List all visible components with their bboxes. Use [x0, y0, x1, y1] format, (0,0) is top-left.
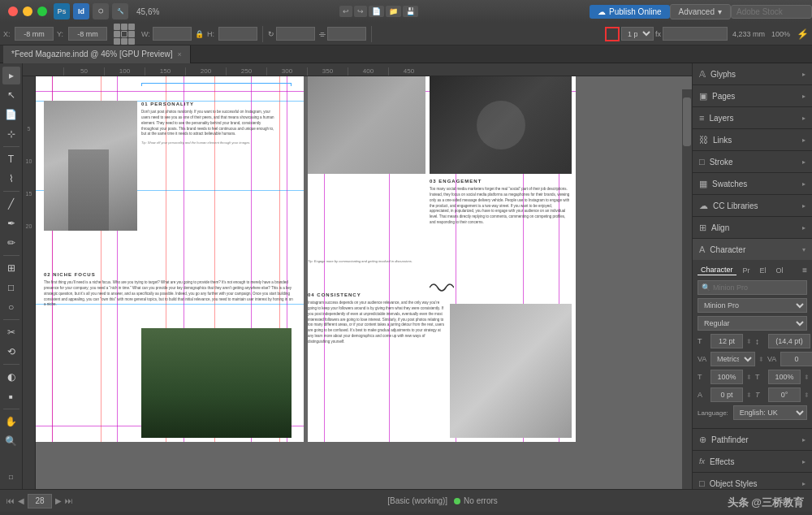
tool-separator2	[3, 191, 19, 192]
advanced-button[interactable]: Advanced ▾	[670, 4, 731, 19]
char-tab-pr[interactable]: Pr	[740, 266, 754, 275]
swatches-panel-header[interactable]: ▦ Swatches ▸	[693, 173, 812, 194]
kerning-select[interactable]: Metrics	[710, 352, 755, 366]
layers-panel-header[interactable]: ≡ Layers ▸	[693, 107, 812, 128]
scroll-thumb[interactable]	[683, 97, 691, 146]
object-styles-panel-header[interactable]: □ Object Styles ▸	[693, 473, 812, 489]
chevron-down-icon: ▾	[718, 7, 722, 16]
stroke-color[interactable]	[605, 27, 620, 41]
baseline-skew-row: A ⬍ T ⬍	[698, 387, 807, 402]
layers-icon: ≡	[699, 113, 704, 123]
type-tool[interactable]: T	[2, 150, 20, 168]
next-page-button[interactable]: ▶	[55, 496, 62, 505]
document-canvas[interactable]: 01 PERSONALITY Don't just post photos ra…	[36, 76, 692, 489]
char-tab-el[interactable]: El	[757, 266, 770, 275]
v-scale-input[interactable]	[768, 370, 801, 384]
language-select[interactable]: English: UK	[733, 405, 807, 420]
char-tab-ol[interactable]: Ol	[773, 266, 787, 275]
title-bar: Ps Id ⬡ 🔧 45,6% ↩ ↪ 📄 📁 💾 ☁ Publish Onli…	[0, 0, 812, 23]
line-tool[interactable]: ╱	[2, 195, 20, 213]
x-input[interactable]	[15, 27, 54, 41]
rectangle-frame-tool[interactable]: ⊞	[2, 259, 20, 277]
hand-tool[interactable]: ✋	[2, 413, 20, 431]
prev-page-button[interactable]: ◀	[18, 496, 24, 505]
char-panel-tabs: Character Pr El Ol ≡	[698, 265, 807, 275]
section-03-title: 03 ENGAGEMENT Too many social media mark…	[430, 178, 572, 226]
char-panel-menu-icon[interactable]: ≡	[802, 266, 807, 275]
publish-online-button[interactable]: ☁ Publish Online	[590, 5, 669, 19]
font-size-input[interactable]	[710, 334, 743, 348]
pathfinder-chevron: ▸	[802, 436, 806, 444]
pencil-tool[interactable]: ✏	[2, 234, 20, 252]
maximize-dot[interactable]	[37, 6, 47, 16]
gap-tool[interactable]: ⊹	[2, 125, 20, 143]
stroke-field[interactable]	[663, 27, 728, 41]
ruler-left-mark: 5	[28, 101, 31, 133]
page-right: 03 ENGAGEMENT Too many social media mark…	[308, 76, 576, 442]
x-label: X:	[3, 30, 13, 38]
h-scale-input[interactable]	[710, 370, 743, 384]
document-tab[interactable]: *Feed Magazine.indd @ 46% [GPU Preview] …	[3, 45, 191, 63]
leading-input[interactable]	[768, 334, 810, 348]
shear-input[interactable]	[327, 27, 366, 41]
baseline-input[interactable]	[710, 387, 743, 402]
vertical-scrollbar[interactable]	[682, 89, 692, 489]
rotation-input[interactable]	[276, 27, 315, 41]
selection-tool[interactable]: ▸	[2, 67, 20, 84]
bolt-icon[interactable]: ⚡	[797, 28, 809, 40]
font-family-select[interactable]: Minion Pro	[698, 298, 807, 313]
h-input[interactable]	[218, 27, 257, 41]
free-transform-tool[interactable]: ⟲	[2, 343, 20, 361]
last-page-button[interactable]: ⏭	[65, 496, 73, 505]
language-label: Language:	[698, 409, 728, 417]
y-input[interactable]	[68, 27, 107, 41]
ruler-marks: 50 100 150 200 250 300 350 400 450	[23, 63, 692, 76]
cc-libraries-label: CC Libraries	[713, 201, 758, 210]
shear-group: ⌯	[318, 27, 366, 41]
stroke-panel-header[interactable]: □ Stroke ▸	[693, 151, 812, 172]
type-on-path-tool[interactable]: ⌇	[2, 170, 20, 188]
pen-tool[interactable]: ✒	[2, 214, 20, 232]
minimize-dot[interactable]	[23, 6, 32, 16]
character-panel-content: Character Pr El Ol ≡ 🔍 Minion Pro	[693, 260, 812, 428]
rotation-group: ↻	[268, 27, 315, 41]
tab-close-icon[interactable]: ×	[178, 50, 182, 58]
tracking-input[interactable]	[780, 352, 812, 366]
color-tool[interactable]: ■	[2, 387, 20, 405]
links-panel-header[interactable]: ⛓ Links ▸	[693, 129, 812, 150]
character-chevron: ▾	[802, 246, 806, 253]
direct-selection-tool[interactable]: ↖	[2, 86, 20, 104]
page-number-input[interactable]	[28, 494, 52, 509]
reference-point-grid[interactable]	[114, 24, 135, 45]
rectangle-tool[interactable]: □	[2, 279, 20, 296]
first-page-button[interactable]: ⏮	[6, 496, 15, 505]
pages-panel-header[interactable]: ▣ Pages ▸	[693, 85, 812, 106]
close-dot[interactable]	[8, 6, 18, 16]
font-search-input[interactable]	[713, 283, 804, 292]
gradient-tool[interactable]: ◐	[2, 368, 20, 386]
skew-input[interactable]	[768, 387, 801, 402]
glyphs-panel-header[interactable]: 𝔸 Glyphs ▸	[693, 63, 812, 84]
page-tool[interactable]: 📄	[2, 106, 20, 123]
zoom-tool[interactable]: 🔍	[2, 432, 20, 450]
effects-panel-header[interactable]: fx Effects ▸	[693, 451, 812, 472]
lock-proportions-icon[interactable]: 🔒	[195, 30, 204, 38]
dark-image-top	[430, 76, 572, 174]
scissors-tool[interactable]: ✂	[2, 323, 20, 341]
section-02-title: 02 NICHE FOCUS The first thing you'll ne…	[44, 271, 296, 308]
search-input[interactable]	[731, 5, 812, 19]
normal-view-btn[interactable]: □	[2, 468, 20, 486]
ruler-mark-300: 300	[266, 67, 307, 76]
canvas-area[interactable]: 50 100 150 200 250 300 350 400 450 5 10 …	[23, 63, 692, 489]
char-tab-character[interactable]: Character	[698, 265, 736, 275]
ruler-mark-250: 250	[226, 67, 266, 76]
object-styles-label: Object Styles	[710, 479, 758, 488]
w-input[interactable]	[153, 27, 192, 41]
ellipse-tool[interactable]: ○	[2, 298, 20, 316]
pathfinder-panel-header[interactable]: ⊕ Pathfinder ▸	[693, 429, 812, 450]
cc-libraries-panel-header[interactable]: ☁ CC Libraries ▸	[693, 195, 812, 216]
font-style-select[interactable]: Regular	[698, 316, 807, 331]
align-panel-header[interactable]: ⊞ Align ▸	[693, 217, 812, 238]
stroke-weight-select[interactable]: 1 pt	[621, 27, 654, 41]
character-panel-header[interactable]: A Character ▾	[693, 239, 812, 260]
